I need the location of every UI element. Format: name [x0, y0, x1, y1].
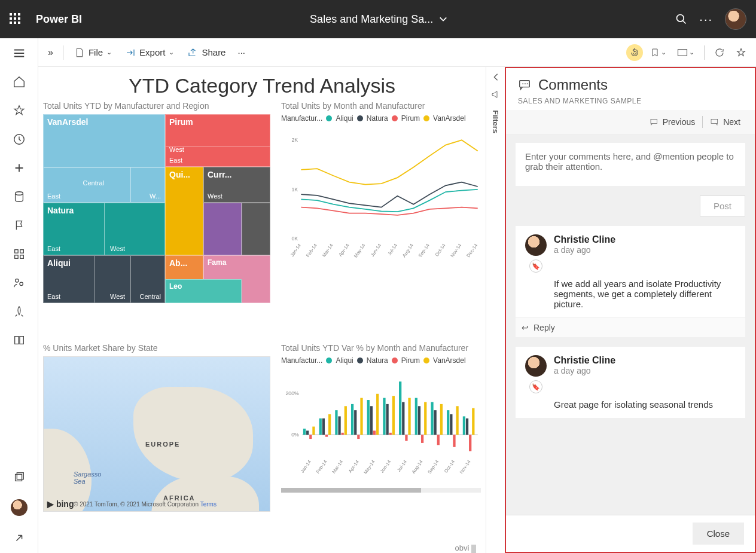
deployment-icon[interactable] [13, 305, 26, 318]
next-button[interactable]: Next [708, 116, 743, 128]
svg-rect-90 [651, 119, 657, 123]
svg-rect-82 [466, 418, 468, 435]
treemap-title: Total Units YTD by Manufacturer and Regi… [43, 101, 270, 111]
create-icon[interactable] [13, 161, 26, 175]
comment-text: Great page for isolating seasonal trends [525, 393, 736, 418]
map-visual[interactable]: % Units Market Share by State EUROPE AFR… [43, 343, 270, 541]
svg-rect-43 [342, 433, 344, 435]
search-icon[interactable] [675, 13, 687, 25]
svg-line-1 [683, 21, 686, 24]
svg-text:Jul-14: Jul-14 [396, 459, 408, 473]
close-button[interactable]: Close [693, 523, 744, 545]
workspace-title[interactable]: Sales and Marketing Sa... [310, 13, 433, 26]
app-launcher-icon[interactable] [10, 13, 22, 25]
refresh-button[interactable] [711, 45, 728, 60]
svg-text:Sep-14: Sep-14 [417, 243, 431, 259]
line-chart-visual[interactable]: Total Units by Month and Manufacturer Ma… [281, 101, 481, 332]
export-menu[interactable]: Export ⌄ [120, 45, 179, 60]
chevron-down-icon[interactable] [439, 15, 447, 23]
svg-text:0K: 0K [291, 236, 298, 242]
goals-icon[interactable] [13, 219, 26, 232]
file-menu[interactable]: File ⌄ [69, 45, 117, 60]
svg-point-88 [525, 83, 526, 84]
apps-icon[interactable] [13, 248, 26, 261]
svg-rect-66 [415, 398, 417, 435]
svg-point-0 [677, 15, 684, 22]
more-icon[interactable]: ··· [699, 13, 713, 26]
menu-icon[interactable] [13, 47, 26, 60]
reply-button[interactable]: ↩Reply [516, 317, 745, 337]
svg-text:Apr-14: Apr-14 [347, 459, 360, 474]
home-icon[interactable] [13, 75, 26, 88]
share-icon [187, 47, 198, 58]
comments-title: Comments [538, 77, 608, 93]
treemap-visual[interactable]: Total Units YTD by Manufacturer and Regi… [43, 101, 270, 332]
comment-input[interactable]: Enter your comments here, and @mention p… [516, 143, 745, 186]
previous-button[interactable]: Previous [647, 116, 697, 128]
workspaces-icon[interactable] [13, 470, 26, 484]
comment-author: Christie Cline [554, 355, 615, 366]
recent-icon[interactable] [13, 133, 26, 146]
map-attribution: © 2021 TomTom, © 2021 Microsoft Corporat… [74, 501, 217, 508]
brand-label: Power BI [36, 13, 82, 26]
expand-nav-icon[interactable]: » [44, 45, 57, 60]
comment-icon [518, 78, 531, 91]
svg-rect-68 [421, 435, 423, 443]
share-button[interactable]: Share [182, 45, 230, 60]
line-title: Total Units by Month and Manufacturer [281, 101, 481, 111]
view-button[interactable]: ⌄ [673, 46, 698, 59]
expand-icon[interactable] [13, 531, 26, 545]
reset-button[interactable] [626, 44, 643, 61]
datasets-icon[interactable] [13, 190, 26, 203]
comment-card: 🔖 Christie Cline a day ago If we add all… [516, 226, 745, 337]
svg-rect-46 [351, 404, 353, 435]
favorite-button[interactable] [732, 45, 750, 60]
bookmark-badge-icon[interactable]: 🔖 [529, 259, 542, 273]
bar-scrollbar[interactable] [281, 488, 481, 493]
filters-pane[interactable]: Filters [486, 67, 505, 553]
svg-rect-54 [376, 394, 379, 435]
svg-text:May-14: May-14 [362, 459, 376, 475]
learn-icon[interactable] [13, 334, 26, 347]
more-toolbar-icon[interactable]: ··· [234, 45, 249, 60]
svg-text:Mar-14: Mar-14 [321, 243, 334, 258]
svg-rect-48 [357, 435, 359, 439]
global-header: Power BI Sales and Marketing Sa... ··· [0, 0, 756, 38]
comment-time: a day ago [554, 366, 615, 375]
svg-rect-74 [440, 404, 443, 435]
bar-chart-visual[interactable]: Total Units YTD Var % by Month and Manuf… [281, 343, 481, 541]
svg-text:Mar-14: Mar-14 [331, 459, 345, 475]
favorite-icon[interactable] [13, 104, 26, 117]
bookmark-button[interactable]: ⌄ [647, 45, 670, 60]
bookmark-badge-icon[interactable]: 🔖 [529, 380, 542, 393]
svg-text:1K: 1K [291, 187, 298, 193]
svg-rect-12 [678, 49, 687, 56]
collapse-icon[interactable] [492, 73, 500, 81]
workspace-avatar[interactable] [11, 499, 28, 516]
svg-text:Jun-14: Jun-14 [370, 243, 383, 258]
svg-rect-84 [472, 408, 474, 435]
svg-rect-6 [14, 255, 18, 259]
map-title: % Units Market Share by State [43, 343, 270, 353]
shared-icon[interactable] [13, 276, 26, 289]
svg-rect-71 [431, 402, 433, 435]
svg-text:Dec-14: Dec-14 [465, 243, 478, 259]
svg-rect-61 [399, 381, 401, 435]
megaphone-icon[interactable] [491, 90, 501, 99]
svg-text:200%: 200% [285, 391, 299, 397]
svg-rect-39 [328, 414, 331, 435]
comment-author: Christie Cline [554, 234, 615, 245]
action-toolbar: » File ⌄ Export ⌄ Share ··· ⌄ ⌄ [38, 38, 756, 67]
post-button[interactable]: Post [700, 195, 745, 216]
user-avatar[interactable] [725, 8, 746, 30]
svg-rect-79 [456, 407, 459, 435]
filters-label: Filters [491, 110, 500, 133]
svg-text:Aug-14: Aug-14 [401, 243, 414, 259]
svg-text:Sep-14: Sep-14 [426, 459, 440, 475]
avatar [525, 355, 547, 377]
svg-point-87 [522, 83, 523, 84]
terms-link[interactable]: Terms [200, 501, 217, 508]
share-label: Share [202, 47, 225, 57]
svg-text:Oct-14: Oct-14 [443, 459, 456, 474]
svg-rect-81 [463, 417, 465, 435]
